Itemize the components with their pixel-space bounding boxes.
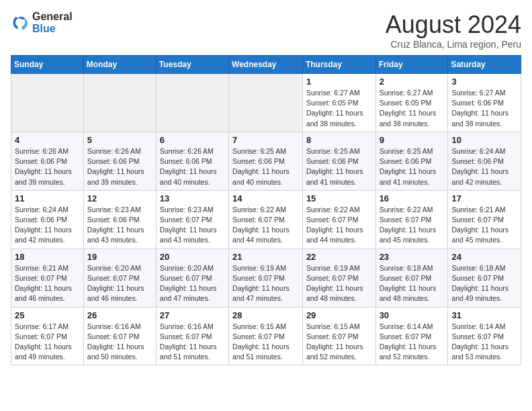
calendar-cell: 3Sunrise: 6:27 AM Sunset: 6:06 PM Daylig… — [448, 74, 521, 132]
calendar-cell: 15Sunrise: 6:22 AM Sunset: 6:07 PM Dayli… — [302, 190, 375, 248]
calendar-header-saturday: Saturday — [448, 56, 521, 74]
day-detail: Sunrise: 6:24 AM Sunset: 6:06 PM Dayligh… — [451, 146, 517, 187]
day-detail: Sunrise: 6:18 AM Sunset: 6:07 PM Dayligh… — [451, 263, 517, 304]
calendar-cell: 7Sunrise: 6:25 AM Sunset: 6:06 PM Daylig… — [229, 132, 303, 190]
location-title: Cruz Blanca, Lima region, Peru — [386, 39, 521, 50]
day-number: 21 — [232, 252, 299, 262]
calendar-header-tuesday: Tuesday — [156, 56, 228, 74]
day-number: 20 — [160, 252, 225, 262]
calendar-cell: 27Sunrise: 6:16 AM Sunset: 6:07 PM Dayli… — [156, 307, 228, 365]
day-detail: Sunrise: 6:26 AM Sunset: 6:06 PM Dayligh… — [160, 146, 225, 187]
day-number: 27 — [160, 310, 225, 320]
day-number: 16 — [380, 193, 445, 203]
logo-icon — [11, 13, 30, 32]
calendar-cell: 2Sunrise: 6:27 AM Sunset: 6:05 PM Daylig… — [375, 74, 448, 132]
calendar-week-row: 18Sunrise: 6:21 AM Sunset: 6:07 PM Dayli… — [11, 248, 521, 307]
day-detail: Sunrise: 6:23 AM Sunset: 6:07 PM Dayligh… — [160, 205, 225, 246]
calendar-cell: 21Sunrise: 6:19 AM Sunset: 6:07 PM Dayli… — [229, 248, 303, 307]
day-number: 18 — [15, 252, 80, 262]
day-number: 30 — [380, 310, 445, 320]
day-detail: Sunrise: 6:23 AM Sunset: 6:06 PM Dayligh… — [87, 205, 152, 246]
day-detail: Sunrise: 6:22 AM Sunset: 6:07 PM Dayligh… — [306, 205, 372, 246]
day-number: 8 — [306, 135, 372, 145]
calendar-cell: 22Sunrise: 6:19 AM Sunset: 6:07 PM Dayli… — [302, 248, 375, 307]
calendar-header-row: SundayMondayTuesdayWednesdayThursdayFrid… — [11, 56, 521, 74]
logo-text: General Blue — [32, 11, 73, 35]
calendar-cell: 18Sunrise: 6:21 AM Sunset: 6:07 PM Dayli… — [11, 248, 84, 307]
day-detail: Sunrise: 6:18 AM Sunset: 6:07 PM Dayligh… — [380, 263, 445, 304]
calendar-header-thursday: Thursday — [302, 56, 375, 74]
day-number: 11 — [15, 193, 80, 203]
calendar-header-wednesday: Wednesday — [229, 56, 303, 74]
day-number: 28 — [232, 310, 299, 320]
calendar-week-row: 1Sunrise: 6:27 AM Sunset: 6:05 PM Daylig… — [11, 74, 521, 132]
day-number: 9 — [380, 135, 445, 145]
day-number: 10 — [451, 135, 517, 145]
day-detail: Sunrise: 6:25 AM Sunset: 6:06 PM Dayligh… — [306, 146, 372, 187]
day-number: 1 — [306, 77, 372, 87]
day-detail: Sunrise: 6:22 AM Sunset: 6:07 PM Dayligh… — [380, 205, 445, 246]
day-detail: Sunrise: 6:17 AM Sunset: 6:07 PM Dayligh… — [15, 322, 80, 363]
calendar-cell: 17Sunrise: 6:21 AM Sunset: 6:07 PM Dayli… — [448, 190, 521, 248]
calendar-cell — [156, 74, 228, 132]
calendar-cell: 4Sunrise: 6:26 AM Sunset: 6:06 PM Daylig… — [11, 132, 84, 190]
day-number: 26 — [87, 310, 152, 320]
month-title: August 2024 — [386, 11, 521, 39]
day-number: 23 — [380, 252, 445, 262]
day-detail: Sunrise: 6:14 AM Sunset: 6:07 PM Dayligh… — [451, 322, 517, 363]
day-number: 2 — [380, 77, 445, 87]
day-number: 25 — [15, 310, 80, 320]
day-detail: Sunrise: 6:22 AM Sunset: 6:07 PM Dayligh… — [232, 205, 299, 246]
day-detail: Sunrise: 6:26 AM Sunset: 6:06 PM Dayligh… — [87, 146, 152, 187]
day-detail: Sunrise: 6:16 AM Sunset: 6:07 PM Dayligh… — [160, 322, 225, 363]
day-number: 17 — [451, 193, 517, 203]
calendar-cell: 31Sunrise: 6:14 AM Sunset: 6:07 PM Dayli… — [448, 307, 521, 365]
calendar-week-row: 25Sunrise: 6:17 AM Sunset: 6:07 PM Dayli… — [11, 307, 521, 365]
calendar-cell: 13Sunrise: 6:23 AM Sunset: 6:07 PM Dayli… — [156, 190, 228, 248]
day-detail: Sunrise: 6:15 AM Sunset: 6:07 PM Dayligh… — [232, 322, 299, 363]
calendar-cell: 25Sunrise: 6:17 AM Sunset: 6:07 PM Dayli… — [11, 307, 84, 365]
calendar-cell: 24Sunrise: 6:18 AM Sunset: 6:07 PM Dayli… — [448, 248, 521, 307]
calendar-cell — [229, 74, 303, 132]
calendar-cell: 5Sunrise: 6:26 AM Sunset: 6:06 PM Daylig… — [83, 132, 156, 190]
calendar-cell: 28Sunrise: 6:15 AM Sunset: 6:07 PM Dayli… — [229, 307, 303, 365]
day-number: 22 — [306, 252, 372, 262]
calendar-cell: 1Sunrise: 6:27 AM Sunset: 6:05 PM Daylig… — [302, 74, 375, 132]
day-detail: Sunrise: 6:27 AM Sunset: 6:05 PM Dayligh… — [380, 88, 445, 129]
day-detail: Sunrise: 6:25 AM Sunset: 6:06 PM Dayligh… — [232, 146, 299, 187]
day-number: 12 — [87, 193, 152, 203]
calendar-cell: 10Sunrise: 6:24 AM Sunset: 6:06 PM Dayli… — [448, 132, 521, 190]
day-detail: Sunrise: 6:26 AM Sunset: 6:06 PM Dayligh… — [15, 146, 80, 187]
day-detail: Sunrise: 6:14 AM Sunset: 6:07 PM Dayligh… — [380, 322, 445, 363]
calendar-cell: 8Sunrise: 6:25 AM Sunset: 6:06 PM Daylig… — [302, 132, 375, 190]
calendar-cell: 14Sunrise: 6:22 AM Sunset: 6:07 PM Dayli… — [229, 190, 303, 248]
calendar-header-sunday: Sunday — [11, 56, 84, 74]
day-detail: Sunrise: 6:20 AM Sunset: 6:07 PM Dayligh… — [160, 263, 225, 304]
day-detail: Sunrise: 6:15 AM Sunset: 6:07 PM Dayligh… — [306, 322, 372, 363]
calendar-header-monday: Monday — [83, 56, 156, 74]
day-detail: Sunrise: 6:19 AM Sunset: 6:07 PM Dayligh… — [306, 263, 372, 304]
day-detail: Sunrise: 6:21 AM Sunset: 6:07 PM Dayligh… — [15, 263, 80, 304]
day-detail: Sunrise: 6:19 AM Sunset: 6:07 PM Dayligh… — [232, 263, 299, 304]
day-number: 7 — [232, 135, 299, 145]
day-detail: Sunrise: 6:24 AM Sunset: 6:06 PM Dayligh… — [15, 205, 80, 246]
day-detail: Sunrise: 6:21 AM Sunset: 6:07 PM Dayligh… — [451, 205, 517, 246]
day-number: 19 — [87, 252, 152, 262]
calendar-cell: 9Sunrise: 6:25 AM Sunset: 6:06 PM Daylig… — [375, 132, 448, 190]
calendar-cell: 30Sunrise: 6:14 AM Sunset: 6:07 PM Dayli… — [375, 307, 448, 365]
day-detail: Sunrise: 6:27 AM Sunset: 6:05 PM Dayligh… — [306, 88, 372, 129]
day-number: 14 — [232, 193, 299, 203]
day-detail: Sunrise: 6:25 AM Sunset: 6:06 PM Dayligh… — [380, 146, 445, 187]
day-detail: Sunrise: 6:16 AM Sunset: 6:07 PM Dayligh… — [87, 322, 152, 363]
title-block: August 2024 Cruz Blanca, Lima region, Pe… — [386, 11, 521, 50]
day-number: 29 — [306, 310, 372, 320]
calendar-cell: 6Sunrise: 6:26 AM Sunset: 6:06 PM Daylig… — [156, 132, 228, 190]
day-number: 15 — [306, 193, 372, 203]
page-header: General Blue August 2024 Cruz Blanca, Li… — [11, 11, 521, 50]
calendar-week-row: 11Sunrise: 6:24 AM Sunset: 6:06 PM Dayli… — [11, 190, 521, 248]
day-detail: Sunrise: 6:20 AM Sunset: 6:07 PM Dayligh… — [87, 263, 152, 304]
day-number: 4 — [15, 135, 80, 145]
calendar-cell: 26Sunrise: 6:16 AM Sunset: 6:07 PM Dayli… — [83, 307, 156, 365]
calendar-table: SundayMondayTuesdayWednesdayThursdayFrid… — [11, 55, 521, 365]
day-number: 5 — [87, 135, 152, 145]
